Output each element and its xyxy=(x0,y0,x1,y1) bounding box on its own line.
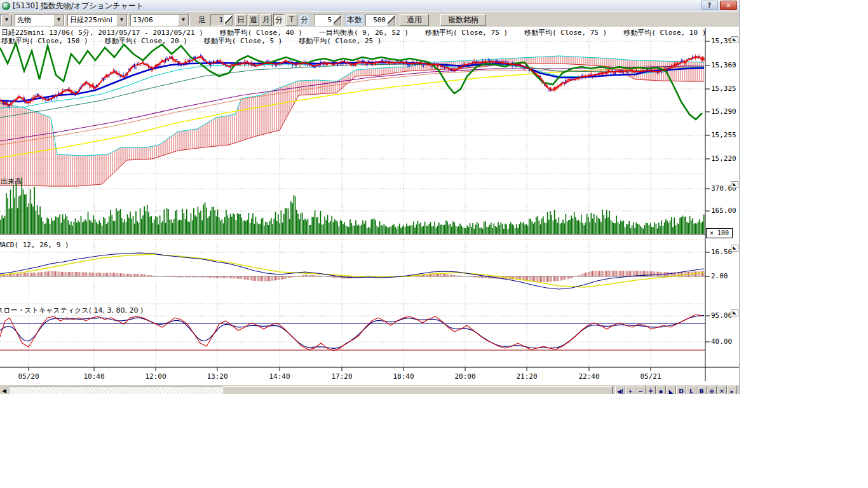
scrollbar-thumb[interactable] xyxy=(222,386,613,394)
minute-stepper[interactable]: 5 xyxy=(314,14,342,26)
leftmost-dropdown-fragment[interactable]: ▼ xyxy=(0,14,10,26)
x-axis-tick-label: 12:00 xyxy=(145,372,166,381)
interval-stepper[interactable]: 1 xyxy=(210,14,233,26)
bars-value: 500 xyxy=(366,15,387,25)
y-axis-tick-label: 16.50 xyxy=(711,248,732,256)
chevron-down-icon[interactable]: ▼ xyxy=(116,15,127,25)
legend-item: 移動平均( Close, 10 ) xyxy=(623,29,706,37)
category-dropdown[interactable]: 先物 ▼ xyxy=(15,14,65,26)
bars-stepper[interactable]: 500 xyxy=(365,14,396,26)
spinner-icon[interactable] xyxy=(224,15,233,25)
x-axis-tick-label: 05/21 xyxy=(640,372,661,381)
period-button-4[interactable]: T xyxy=(286,14,297,26)
chart-tool-button-4[interactable]: ▪ xyxy=(656,386,666,394)
period-button-0[interactable]: 日 xyxy=(235,14,247,26)
period-button-3[interactable]: 分 xyxy=(273,14,285,26)
y-axis-tick-label: 95.00 xyxy=(711,311,732,320)
x-axis-tick-label: 17:20 xyxy=(331,372,352,381)
chart-tool-button-10[interactable]: ✕ xyxy=(717,386,727,394)
instrument-value: 日経225mini xyxy=(68,15,116,25)
period-button-2[interactable]: 月 xyxy=(261,14,272,26)
macd-panel-label: MACD( 12, 26, 9 ) xyxy=(0,241,69,249)
legend-item: 移動平均( Close, 75 ) xyxy=(425,29,508,37)
spinner-icon[interactable] xyxy=(333,15,341,25)
x-axis-tick-label: 18:40 xyxy=(393,372,414,381)
minute-value: 5 xyxy=(315,15,333,25)
chart-tool-button-2[interactable]: − xyxy=(635,386,646,394)
chart-tool-button-1[interactable]: ＋ xyxy=(625,386,635,394)
period-button-1[interactable]: 週 xyxy=(248,14,259,26)
help-button[interactable]: ? xyxy=(701,1,718,10)
minute-unit-label: 分 xyxy=(299,14,310,26)
price-chart-canvas[interactable] xyxy=(0,27,739,394)
stoch-panel-label: スロー・ストキャスティクス( 14, 3, 80, 20 ) xyxy=(0,306,143,315)
chart-area[interactable]: 日経225mini 13/06( 5分, 2013/05/17 - 2013/0… xyxy=(0,27,739,394)
multi-symbol-button[interactable]: 複数銘柄 xyxy=(440,14,486,26)
legend-item: 移動平均( Close, 20 ) xyxy=(105,37,187,45)
x-axis-tick-label: 21:20 xyxy=(516,372,537,381)
x-axis-tick-label: 14:40 xyxy=(269,372,290,381)
scroll-left-arrow-icon[interactable]: ◀ xyxy=(0,385,8,394)
panel-scale-arrow-button[interactable]: ◣ xyxy=(731,245,738,252)
x-axis-tick-label: 05/20 xyxy=(18,372,39,381)
chevron-down-icon[interactable]: ▼ xyxy=(178,15,189,25)
chart-window: [5130] 指数先物/オプションチャート ? ✕ ▼ 先物 ▼ 日経225mi… xyxy=(0,0,740,394)
volume-panel-label: 出来高 xyxy=(1,177,22,186)
legend-item: 移動平均( Close, 75 ) xyxy=(524,29,607,37)
screen: [5130] 指数先物/オプションチャート ? ✕ ▼ 先物 ▼ 日経225mi… xyxy=(0,0,868,488)
app-icon xyxy=(2,2,10,10)
window-title: [5130] 指数先物/オプションチャート xyxy=(13,1,144,11)
bars-label: 本数 xyxy=(345,14,364,26)
chart-tool-button-9[interactable]: ⊛ xyxy=(707,386,717,394)
x-axis-tick-label: 13:20 xyxy=(207,372,227,381)
y-axis-tick-label: 15,325 xyxy=(711,85,736,93)
category-value: 先物 xyxy=(15,15,53,25)
x-axis-tick-label: 22:40 xyxy=(578,372,599,381)
y-axis-tick-label: 15,360 xyxy=(711,61,736,69)
y-axis-tick-label: 15,220 xyxy=(711,154,736,163)
chart-tool-button-0[interactable]: ◀| xyxy=(615,386,625,394)
legend-item: 移動平均( Close, 150 ) xyxy=(1,37,88,45)
chart-tool-button-7[interactable]: L xyxy=(686,386,696,394)
chevron-down-icon[interactable]: ▼ xyxy=(53,15,64,25)
y-axis-tick-label: 40.00 xyxy=(711,337,732,346)
chart-tool-button-6[interactable]: D xyxy=(676,386,686,394)
chart-tool-button-5[interactable]: ◣ xyxy=(666,386,676,394)
toolbar: ▼ 先物 ▼ 日経225mini ▼ 13/06 ▼ 足 1 日週月分T 分 xyxy=(0,11,739,28)
x-axis-tick-label: 20:00 xyxy=(454,372,475,381)
y-axis-tick-label: 2.00 xyxy=(711,272,728,280)
y-axis-tick-label: 15,290 xyxy=(711,107,736,116)
y-axis-tick-label: 165.00 xyxy=(711,207,736,215)
contract-month-dropdown[interactable]: 13/06 ▼ xyxy=(130,14,190,26)
chart-tool-button-11[interactable]: ▸ xyxy=(727,386,737,394)
legend-item: 移動平均( Close, 5 ) xyxy=(204,37,282,45)
legend-row-2: 移動平均( Close, 150 )移動平均( Close, 20 )移動平均(… xyxy=(1,36,398,46)
horizontal-scrollbar[interactable]: ◀ ◀|＋−╪▪◣DLB⊛✕▸ xyxy=(0,385,739,394)
contract-value: 13/06 xyxy=(131,16,177,24)
panel-scale-arrow-button[interactable]: ◣ xyxy=(731,181,738,188)
y-axis-tick-label: 15,255 xyxy=(711,131,736,139)
ashi-label: 足 xyxy=(198,14,206,26)
panel-scale-arrow-button[interactable]: ◣ xyxy=(731,309,738,316)
close-button[interactable]: ✕ xyxy=(720,1,737,10)
chevron-down-icon[interactable]: ▼ xyxy=(1,15,12,25)
apply-button[interactable]: 適用 xyxy=(400,14,429,26)
volume-multiplier-badge: × 100 xyxy=(706,228,733,238)
legend-item: 移動平均( Close, 25 ) xyxy=(299,37,381,45)
spinner-icon[interactable] xyxy=(387,15,395,25)
x-axis-tick-label: 10:40 xyxy=(83,372,104,381)
instrument-dropdown[interactable]: 日経225mini ▼ xyxy=(67,14,128,26)
interval-value: 1 xyxy=(211,15,224,25)
titlebar[interactable]: [5130] 指数先物/オプションチャート ? ✕ xyxy=(0,0,739,12)
chart-tool-button-3[interactable]: ╪ xyxy=(646,386,656,394)
chart-tool-button-8[interactable]: B xyxy=(696,386,707,394)
panel-scale-arrow-button[interactable]: ◣ xyxy=(731,36,738,43)
